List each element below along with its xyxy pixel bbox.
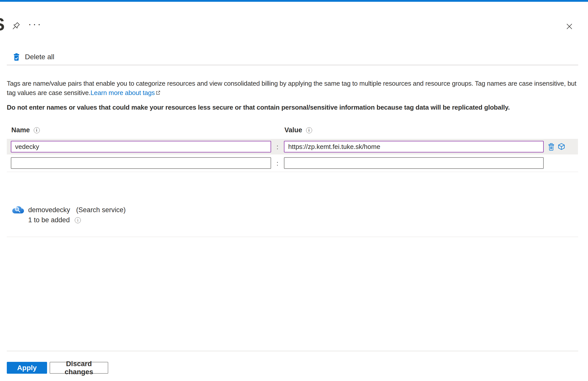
delete-all-button[interactable]: Delete all [13, 51, 54, 63]
ellipsis-icon: ··· [28, 22, 42, 26]
security-warning: Do not enter names or values that could … [7, 104, 583, 111]
delete-all-label: Delete all [25, 53, 54, 61]
learn-more-link[interactable]: Learn more about tags [90, 89, 155, 96]
delete-all-icon [13, 53, 20, 61]
apply-button[interactable]: Apply [7, 362, 47, 374]
discard-changes-button[interactable]: Discard changes [50, 362, 108, 374]
cube-icon [558, 143, 565, 150]
page-title-partial: S [0, 16, 5, 33]
name-header-label: Name [11, 126, 30, 134]
top-accent-bar [0, 0, 588, 2]
tag-separator-row2: : [274, 160, 281, 167]
resource-scope-button[interactable] [556, 141, 566, 152]
more-options-button[interactable]: ··· [28, 21, 42, 32]
external-link-icon [155, 90, 161, 96]
resource-type: (Search service) [76, 206, 126, 214]
resource-name: demovedecky [28, 206, 70, 214]
value-info-icon[interactable]: i [306, 127, 312, 133]
search-service-icon [12, 205, 24, 216]
close-button[interactable] [563, 21, 575, 32]
tag-name-input-row2[interactable] [11, 157, 271, 169]
resource-row: demovedecky (Search service) [28, 206, 126, 214]
close-icon [565, 22, 573, 30]
resource-pending-label: 1 to be added [28, 216, 70, 224]
tag-name-input-row1[interactable] [11, 141, 271, 152]
value-column-header: Value i [284, 126, 312, 134]
tags-description: Tags are name/value pairs that enable yo… [7, 79, 583, 98]
rows-divider [7, 172, 578, 172]
delete-tag-row-button[interactable] [546, 142, 556, 152]
resource-pending-row: 1 to be added i [28, 216, 81, 224]
name-info-icon[interactable]: i [34, 127, 40, 133]
tag-value-input-row1[interactable] [284, 141, 544, 152]
name-column-header: Name i [11, 126, 40, 134]
tag-separator-row1: : [274, 143, 281, 151]
trash-icon [548, 143, 555, 151]
resource-divider [7, 237, 578, 237]
tags-blade: S ··· Delete all Tags are name/value pai… [0, 0, 588, 381]
toolbar-divider [7, 65, 578, 65]
pin-button[interactable] [10, 21, 22, 33]
pending-info-icon[interactable]: i [75, 217, 81, 223]
tag-value-input-row2[interactable] [284, 157, 544, 169]
pin-icon [11, 22, 21, 32]
value-header-label: Value [284, 126, 302, 134]
footer-divider [7, 351, 578, 351]
